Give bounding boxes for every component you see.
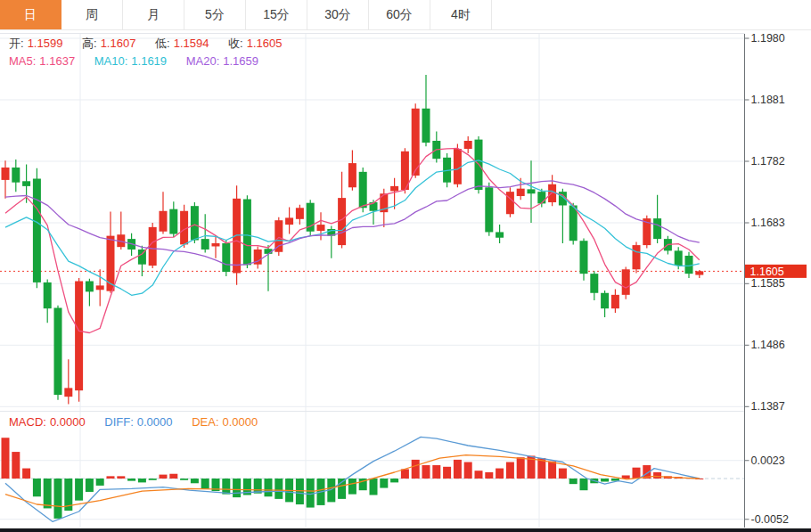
tab-week[interactable]: 周 <box>61 0 123 29</box>
low-value: 1.1594 <box>174 37 209 50</box>
macd-bar <box>432 465 440 479</box>
candle <box>348 163 356 187</box>
candle <box>212 243 220 246</box>
high-label: 高: <box>82 37 97 50</box>
macd-bar <box>496 469 504 479</box>
candle <box>191 206 199 240</box>
macd-bar <box>107 476 115 479</box>
candle <box>64 388 72 397</box>
candle <box>622 269 630 295</box>
tab-4hour[interactable]: 4时 <box>430 0 492 29</box>
macd-value: 0.0000 <box>50 415 86 429</box>
macd-bar <box>401 469 409 479</box>
candle <box>412 109 420 176</box>
candle <box>169 209 177 234</box>
ma20-label: MA20: <box>186 54 220 68</box>
macd-bar <box>22 469 30 479</box>
candle <box>633 245 641 269</box>
macd-bar <box>422 465 430 479</box>
candle <box>138 250 146 265</box>
ohlc-legend: 开:1.1599 高:1.1607 低:1.1594 收:1.1605 <box>9 36 285 52</box>
macd-bar <box>127 479 135 481</box>
candle <box>454 149 462 184</box>
tab-month[interactable]: 月 <box>123 0 184 29</box>
tab-60min[interactable]: 60分 <box>369 0 430 29</box>
macd-bar <box>233 479 241 497</box>
tab-day[interactable]: 日 <box>0 0 61 29</box>
macd-bar <box>517 457 525 479</box>
y-axis-label: 1.1881 <box>751 94 785 106</box>
macd-bar <box>44 479 52 508</box>
macd-bar <box>390 479 398 482</box>
candle <box>485 187 493 232</box>
candle <box>107 236 115 291</box>
candle <box>601 293 609 308</box>
y-axis-label: 1.1585 <box>751 277 785 290</box>
macd-bar <box>370 479 378 495</box>
macd-label: MACD: <box>9 415 46 429</box>
macd-bar <box>191 479 199 483</box>
macd-bar <box>180 479 188 480</box>
macd-bar <box>506 462 514 479</box>
macd-bar <box>117 476 125 479</box>
macd-bar <box>222 479 230 495</box>
chart-canvas[interactable]: 1.19801.18811.17821.16831.15851.14861.13… <box>0 0 811 532</box>
macd-bar <box>254 479 262 494</box>
candle <box>422 109 430 143</box>
macd-bar <box>464 462 472 479</box>
macd-bar <box>96 479 104 486</box>
close-value: 1.1605 <box>247 37 283 50</box>
macd-bar <box>653 472 661 479</box>
dea-label: DEA: <box>192 415 218 429</box>
tab-30min[interactable]: 30分 <box>307 0 369 29</box>
candle <box>285 217 293 225</box>
macd-bar <box>2 438 10 479</box>
candle <box>160 211 168 232</box>
macd-bar <box>559 469 567 479</box>
macd-bar <box>33 479 41 496</box>
macd-bar <box>548 462 556 479</box>
macd-bar <box>149 479 157 480</box>
macd-bar <box>380 479 388 488</box>
macd-bar <box>569 479 578 484</box>
candle <box>75 282 83 391</box>
ma10-label: MA10: <box>94 54 128 68</box>
ma10-value: 1.1619 <box>131 54 167 68</box>
y-axis-label: 1.1782 <box>751 155 785 168</box>
macd-bar <box>601 479 609 482</box>
tab-15min[interactable]: 15分 <box>246 0 307 29</box>
y-axis-label: 1.1387 <box>751 400 785 413</box>
candle <box>359 172 367 208</box>
candle <box>2 168 10 180</box>
macd-bar <box>169 474 177 479</box>
macd-bar <box>412 460 420 479</box>
macd-bar <box>274 479 283 499</box>
candle <box>695 271 703 274</box>
candle <box>274 220 283 252</box>
low-label: 低: <box>155 37 170 50</box>
candle <box>675 250 683 266</box>
y-axis-label: 1.1486 <box>751 339 785 351</box>
candle <box>149 227 157 266</box>
open-label: 开: <box>9 37 24 50</box>
candle <box>517 189 525 196</box>
diff-value: 0.0000 <box>137 415 173 429</box>
macd-bar <box>296 479 304 504</box>
bottom-border-bar <box>0 528 811 532</box>
tab-5min[interactable]: 5分 <box>184 0 246 29</box>
macd-legend: MACD:0.0000 DIFF:0.0000 DEA:0.0000 <box>9 415 261 429</box>
diff-label: DIFF: <box>104 415 134 429</box>
current-price-tag-label: 1.1605 <box>750 266 784 278</box>
ma20-value: 1.1659 <box>223 54 258 68</box>
candle <box>590 274 598 293</box>
candle <box>611 295 619 308</box>
y-axis-label: 1.1980 <box>751 32 785 45</box>
timeframe-tabbar: 日 周 月 5分 15分 30分 60分 4时 <box>0 0 811 30</box>
macd-bar <box>75 479 83 501</box>
candle <box>243 200 251 266</box>
ma5-value: 1.1637 <box>39 54 75 68</box>
macd-bar <box>86 479 94 492</box>
candle <box>22 181 30 186</box>
macd-bar <box>443 467 451 479</box>
candle <box>96 285 104 290</box>
